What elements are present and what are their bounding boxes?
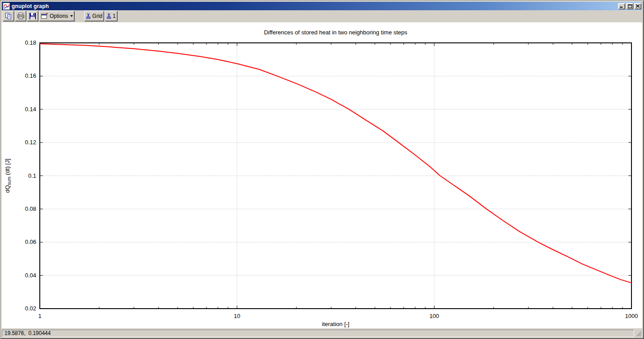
print-button[interactable] [15, 11, 26, 21]
status-bar: 19.5876, 0.190444 [2, 328, 642, 337]
plot-1-toggle-button[interactable]: 1 [105, 11, 118, 21]
x-tick-label: 1000 [625, 313, 638, 319]
maximize-button[interactable] [626, 3, 633, 9]
x-tick-label: 100 [429, 313, 439, 319]
title-bar[interactable]: gnuplot graph [2, 2, 642, 10]
grid-toggle-button[interactable]: Grid [84, 11, 104, 21]
y-tick-label: 0.06 [25, 239, 36, 245]
scissors-icon [106, 13, 111, 19]
close-button[interactable] [634, 3, 641, 9]
minimize-button[interactable] [618, 3, 625, 9]
chart-canvas[interactable]: 11010010000.020.040.060.080.10.120.140.1… [2, 22, 642, 328]
scissors-icon [86, 13, 91, 19]
y-tick-label: 0.1 [28, 172, 36, 179]
window-controls [618, 3, 641, 9]
save-button[interactable] [27, 11, 38, 21]
gnuplot-logo-icon[interactable] [3, 3, 10, 10]
x-axis-label: iteration [-] [322, 321, 349, 327]
y-tick-label: 0.12 [25, 139, 36, 146]
window-title: gnuplot graph [12, 3, 618, 9]
save-icon [29, 13, 36, 20]
maximize-icon [628, 4, 632, 8]
copy-button[interactable] [3, 11, 14, 21]
options-button[interactable]: Options [39, 11, 75, 21]
y-tick-label: 0.14 [25, 106, 36, 113]
print-icon [17, 13, 25, 20]
options-button-label: Options [50, 13, 68, 19]
x-tick-label: 10 [234, 313, 240, 319]
resize-grip[interactable] [636, 330, 642, 337]
y-tick-label: 0.02 [25, 305, 36, 312]
close-icon [636, 4, 640, 8]
status-field: 19.5876, 0.190444 [2, 330, 634, 337]
y-tick-label: 0.18 [25, 39, 36, 46]
minimize-icon [620, 4, 623, 8]
chart-plot: 11010010000.020.040.060.080.10.120.140.1… [2, 22, 643, 329]
gnuplot-window: gnuplot graph [0, 0, 644, 339]
y-tick-label: 0.16 [25, 72, 36, 79]
toolbar: Options Grid 1 [2, 10, 642, 22]
options-icon [41, 13, 48, 20]
grid-button-label: Grid [92, 13, 102, 19]
y-tick-label: 0.08 [25, 205, 36, 212]
mouse-coordinates: 19.5876, 0.190444 [4, 330, 51, 336]
x-tick-label: 1 [38, 313, 41, 319]
data-curve [40, 44, 631, 283]
y-tick-label: 0.04 [25, 272, 36, 279]
plot-1-button-label: 1 [113, 13, 116, 19]
copy-icon [5, 13, 12, 20]
y-axis-label: dQsum (dt) [J] [4, 159, 12, 193]
chart-title: Differences of stored heat in two neighb… [264, 29, 407, 36]
dropdown-arrow-icon [70, 15, 73, 17]
